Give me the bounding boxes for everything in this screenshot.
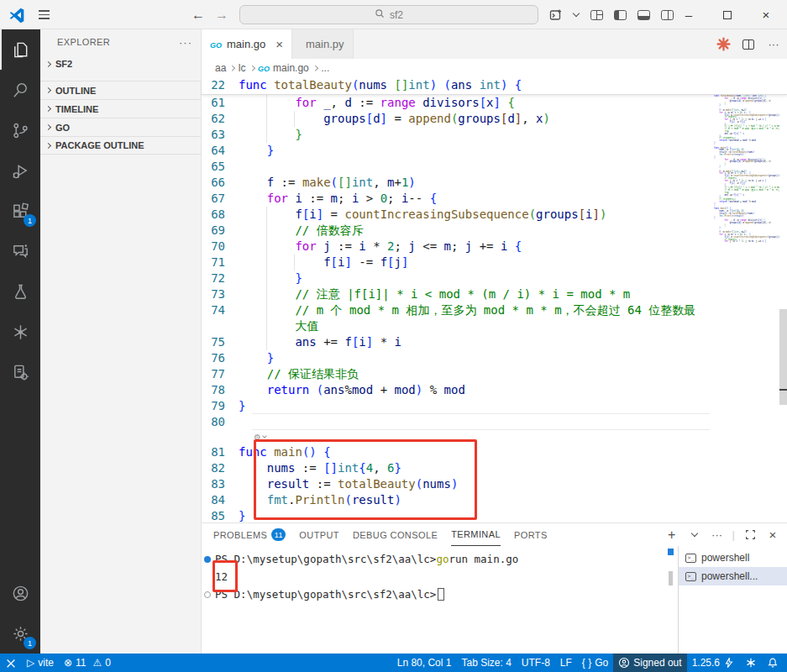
breadcrumb-item[interactable]: aa [215,62,226,74]
tab-main.py[interactable]: main.py [292,29,354,59]
close-panel-icon[interactable]: × [765,528,780,542]
sidebar-section-go[interactable]: GO [40,118,201,136]
activity-extensions-icon[interactable]: 1 [0,191,40,231]
terminal-prompt-line: PS D:\mysetup\gopath\src\sf2\aa\lc> go r… [202,550,678,568]
code-editor[interactable]: 61 for _, d := range divisors[x] {62 gro… [202,95,787,522]
search-icon [375,8,385,21]
encoding-indicator[interactable]: UTF-8 [517,654,555,672]
activity-search-icon[interactable] [0,70,40,110]
toggle-primary-sidebar-icon[interactable] [608,0,632,29]
run-task-vite[interactable]: ▷ vite [22,654,59,672]
language-mode[interactable]: { } Go [577,654,613,672]
activity-tasks-icon[interactable] [0,352,40,392]
code-line: 81func main() { [202,444,787,460]
activity-testing-icon[interactable] [0,271,40,312]
minimize-button[interactable]: – [672,0,706,29]
breadcrumb: aalcGOmain.go... [202,59,787,77]
terminal-cursor [438,588,444,601]
terminal-scrollbar-thumb[interactable] [669,571,673,585]
braces-icon: { } [582,657,591,669]
tab-main.go[interactable]: GOmain.go× [202,29,292,59]
code-line: 78 return (ans%mod + mod) % mod [202,382,787,398]
panel-tab-debug-console[interactable]: DEBUG CONSOLE [353,523,438,546]
code-line: 64 } [202,143,787,159]
terminal-overview-mark [668,549,674,555]
divider: | [732,528,735,541]
terminal-prompt-line: PS D:\mysetup\gopath\src\sf2\aa\lc> [202,585,678,603]
extension-action-icon[interactable] [715,37,732,51]
terminal-output-text: 12 [215,568,228,585]
maximize-panel-icon[interactable] [742,529,758,540]
menu-icon[interactable] [39,0,50,29]
problems-status[interactable]: ⊗ 11 ⚠ 0 [59,654,116,672]
panel-tab-output[interactable]: OUTPUT [299,523,339,546]
close-button[interactable]: × [749,0,783,29]
eol-indicator[interactable]: LF [555,654,577,672]
activity-explorer-icon[interactable] [0,29,40,70]
bolt-icon [723,657,735,669]
remote-indicator-icon[interactable] [0,654,22,672]
code-line: 66 f := make([]int, m+1) [202,175,787,191]
account-status[interactable]: Signed out [613,654,686,672]
back-button[interactable]: ← [188,0,208,29]
sidebar-section-outline[interactable]: OUTLINE [40,81,201,99]
breadcrumb-separator-icon [229,66,234,71]
line-number: 70 [202,239,239,255]
chevron-right-icon [45,106,51,112]
breadcrumb-item[interactable]: lc [239,62,246,74]
terminal-dropdown-icon[interactable] [687,533,702,536]
code-line: 69 // 倍数容斥 [202,223,787,239]
minimap[interactable]: func totalBeauty(nums []int) (ans int) {… [714,95,779,465]
overview-ruler-cursor-mark [779,389,787,391]
code-action-widget[interactable]: ⚙ [202,430,787,444]
more-actions-icon[interactable]: ··· [179,36,192,49]
breadcrumb-item[interactable]: ... [321,62,329,74]
panel-tab-terminal[interactable]: TERMINAL [451,523,501,546]
terminal-tabs-list: >_powershell>_powershell... [678,546,787,654]
cursor-position[interactable]: Ln 80, Col 1 [392,654,457,672]
more-actions-icon[interactable]: ··· [765,38,782,50]
terminal-prompt-text: PS D:\mysetup\gopath\src\sf2\aa\lc> [215,585,436,603]
activity-account-icon[interactable] [0,573,40,613]
line-number: 74 [202,302,239,318]
command-center-search[interactable]: sf2 [239,5,538,24]
terminal-tab-powershell[interactable]: >_powershell... [679,567,787,585]
sticky-scroll-line[interactable]: 22func totalBeauty(nums []int) (ans int)… [202,77,787,95]
panel-tab-ports[interactable]: PORTS [514,523,548,546]
new-terminal-icon[interactable]: + [664,528,679,543]
sidebar-section-package-outline[interactable]: PACKAGE OUTLINE [40,136,201,155]
activity-run-debug-icon[interactable] [0,150,40,191]
forward-button[interactable]: → [212,0,232,29]
activity-settings-icon[interactable]: 1 [0,613,40,654]
sidebar-sections: SF2OUTLINETIMELINEGOPACKAGE OUTLINE [40,55,201,155]
activity-source-control-icon[interactable] [0,110,40,150]
code-line: 83 result := totalBeauty(nums) [202,476,787,492]
breadcrumb-item[interactable]: GOmain.go [258,62,309,74]
maximize-button[interactable] [711,0,744,29]
sidebar-section-timeline[interactable]: TIMELINE [40,99,201,118]
terminal-icon: >_ [685,572,696,581]
go-version[interactable]: 1.25.6 [687,654,740,672]
panel-more-actions-icon[interactable]: ··· [710,528,725,541]
search-value: sf2 [390,9,403,21]
panel-tab-problems[interactable]: PROBLEMS11 [213,523,286,546]
toggle-panel-icon[interactable] [632,0,655,29]
go-tools-icon[interactable] [740,654,762,672]
editor-area: GOmain.go×main.py ··· aalcGOmain.go... 2… [202,29,787,654]
warning-icon: ⚠ [92,657,102,669]
filled-circle-decoration[interactable] [204,556,211,563]
activity-go-extension-icon[interactable] [0,312,40,352]
close-tab-icon[interactable]: × [275,37,283,51]
editor-layout-icon[interactable] [585,0,608,29]
hollow-circle-decoration[interactable] [204,591,211,598]
tab-size-indicator[interactable]: Tab Size: 4 [456,654,516,672]
terminal[interactable]: PS D:\mysetup\gopath\src\sf2\aa\lc> go r… [202,546,678,654]
activity-chat-icon[interactable] [0,231,40,271]
editor-scrollbar[interactable] [779,95,787,522]
sidebar-section-sf2[interactable]: SF2 [40,55,201,73]
terminal-tab-powershell[interactable]: >_powershell [679,549,787,567]
notifications-bell-icon[interactable] [762,654,787,672]
line-number: 84 [202,492,239,508]
split-editor-icon[interactable] [740,39,757,50]
activity-bar-bottom: 1 [0,573,40,654]
